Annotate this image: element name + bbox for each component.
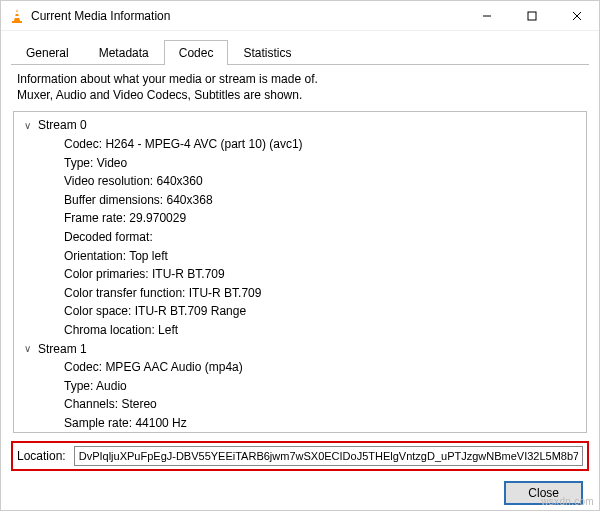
- tab-metadata[interactable]: Metadata: [84, 40, 164, 65]
- list-item: Color space: ITU-R BT.709 Range: [20, 302, 580, 321]
- description: Information about what your media or str…: [1, 65, 599, 107]
- list-item: Type: Video: [20, 154, 580, 173]
- stream-1-header[interactable]: ∨ Stream 1: [20, 340, 580, 359]
- window-title: Current Media Information: [31, 9, 464, 23]
- chevron-down-icon[interactable]: ∨: [20, 341, 34, 357]
- list-item: Bits per sample: 32: [20, 432, 580, 433]
- list-item: Video resolution: 640x360: [20, 172, 580, 191]
- list-item: Decoded format:: [20, 228, 580, 247]
- svg-rect-5: [528, 12, 536, 20]
- tab-statistics[interactable]: Statistics: [228, 40, 306, 65]
- list-item: Orientation: Top left: [20, 247, 580, 266]
- tab-codec[interactable]: Codec: [164, 40, 229, 65]
- list-item: Chroma location: Left: [20, 321, 580, 340]
- list-item: Codec: MPEG AAC Audio (mp4a): [20, 358, 580, 377]
- dialog-footer: Close: [1, 475, 599, 511]
- tab-bar: General Metadata Codec Statistics: [1, 31, 599, 64]
- watermark: wsxdn.com: [541, 496, 594, 507]
- list-item: Frame rate: 29.970029: [20, 209, 580, 228]
- list-item: Codec: H264 - MPEG-4 AVC (part 10) (avc1…: [20, 135, 580, 154]
- list-item: Type: Audio: [20, 377, 580, 396]
- stream-title: Stream 1: [38, 340, 87, 359]
- list-item: Sample rate: 44100 Hz: [20, 414, 580, 433]
- tab-general[interactable]: General: [11, 40, 84, 65]
- stream-0-header[interactable]: ∨ Stream 0: [20, 116, 580, 135]
- svg-rect-1: [15, 12, 19, 14]
- description-line: Muxer, Audio and Video Codecs, Subtitles…: [17, 87, 583, 103]
- svg-rect-3: [12, 21, 22, 23]
- window-buttons: [464, 1, 599, 30]
- description-line: Information about what your media or str…: [17, 71, 583, 87]
- list-item: Channels: Stereo: [20, 395, 580, 414]
- maximize-button[interactable]: [509, 1, 554, 30]
- list-item: Buffer dimensions: 640x368: [20, 191, 580, 210]
- location-label: Location:: [17, 449, 66, 463]
- location-row: Location:: [11, 441, 589, 471]
- location-input[interactable]: [74, 446, 583, 466]
- list-item: Color primaries: ITU-R BT.709: [20, 265, 580, 284]
- codec-tree[interactable]: ∨ Stream 0 Codec: H264 - MPEG-4 AVC (par…: [13, 111, 587, 433]
- list-item: Color transfer function: ITU-R BT.709: [20, 284, 580, 303]
- vlc-cone-icon: [9, 8, 25, 24]
- stream-title: Stream 0: [38, 116, 87, 135]
- svg-rect-2: [14, 16, 19, 18]
- minimize-button[interactable]: [464, 1, 509, 30]
- titlebar: Current Media Information: [1, 1, 599, 31]
- chevron-down-icon[interactable]: ∨: [20, 118, 34, 134]
- svg-marker-0: [14, 9, 20, 21]
- close-window-button[interactable]: [554, 1, 599, 30]
